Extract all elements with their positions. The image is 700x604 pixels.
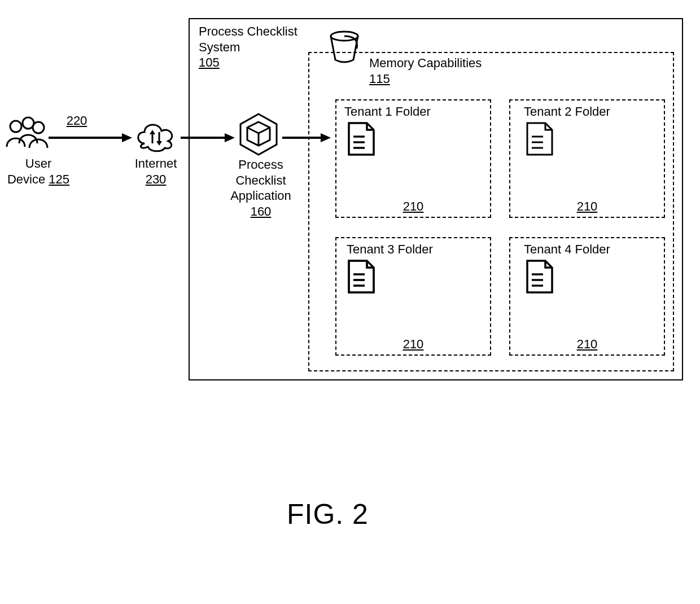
internet-text: Internet [128,156,184,172]
svg-point-0 [10,121,21,132]
app-label: Process Checklist Application 160 [225,157,297,219]
svg-line-13 [247,128,259,133]
document-icon [347,121,376,157]
cube-icon [236,112,281,157]
system-title-line1: Process Checklist [199,24,323,40]
tenant4-title: Tenant 4 Folder [524,242,637,257]
app-line3: Application [225,188,297,204]
arrow-ref-220: 220 [60,113,94,129]
app-line2: Checklist [225,173,297,189]
figure-caption: FIG. 2 [287,498,369,531]
tenant3-title: Tenant 3 Folder [347,242,460,257]
diagram-stage: Process Checklist System 105 User Device… [0,0,700,604]
system-title-line2: System [199,40,323,55]
svg-marker-8 [156,141,162,146]
document-icon [347,259,376,295]
arrow-internet-to-app [181,132,235,143]
user-device-label: User Device 125 [0,156,78,187]
internet-ref: 230 [128,172,184,187]
tenant4-ref: 210 [509,336,665,352]
tenant2-ref: 210 [509,199,665,215]
tenant2-title: Tenant 2 Folder [524,104,637,120]
memory-label: Memory Capabilities 115 [369,55,516,86]
svg-marker-4 [122,133,132,142]
users-icon [3,116,51,152]
app-ref: 160 [225,204,297,220]
tenant1-ref: 210 [335,199,491,215]
cloud-icon [132,119,180,152]
memory-text: Memory Capabilities [369,55,516,71]
memory-ref: 115 [369,71,516,87]
document-icon [525,121,554,157]
system-ref: 105 [199,55,323,71]
tenant1-title: Tenant 1 Folder [344,104,457,120]
tenant3-ref: 210 [335,336,491,352]
svg-marker-6 [150,130,155,134]
user-device-line1: User [0,156,78,172]
svg-marker-10 [225,133,235,142]
user-device-line2: Device 125 [0,172,78,187]
svg-line-14 [259,128,270,133]
system-title: Process Checklist System 105 [199,24,323,71]
svg-point-2 [33,122,44,133]
user-device-ref: 125 [49,172,69,186]
internet-label: Internet 230 [128,156,184,187]
document-icon [525,259,554,295]
app-line1: Process [225,157,297,173]
arrow-user-to-internet [49,132,132,143]
